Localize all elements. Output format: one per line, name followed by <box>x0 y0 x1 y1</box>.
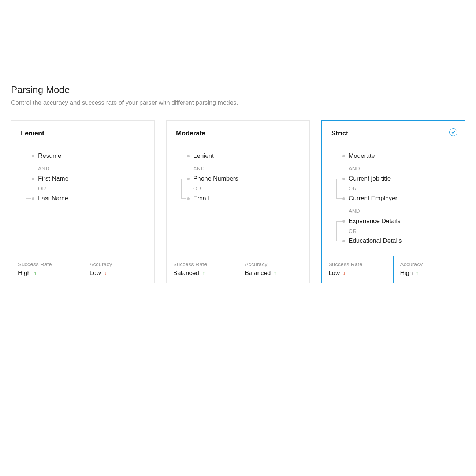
card-title: Lenient <box>21 130 44 142</box>
selected-check-icon <box>449 128 457 136</box>
bullet-icon <box>342 155 345 157</box>
card-footer: Success Rate Low↓ Accuracy High↑ <box>322 256 465 283</box>
card-body: Strict Moderate AND Current job title OR… <box>322 121 465 256</box>
metric-label: Success Rate <box>328 261 387 267</box>
criteria-tree: Resume AND First Name OR Last Name <box>21 151 145 204</box>
metric-success-rate: Success Rate Low↓ <box>322 256 393 283</box>
arrow-up-icon: ↑ <box>274 270 276 276</box>
metric-value: Balanced↑ <box>173 269 231 277</box>
tree-item: Experience Details <box>342 216 455 226</box>
tree-item: Educational Details <box>342 236 455 246</box>
metric-accuracy: Accuracy High↑ <box>393 256 465 283</box>
tree-operator-or: OR <box>342 184 455 193</box>
bullet-icon <box>342 220 345 223</box>
metric-label: Accuracy <box>400 261 458 267</box>
metric-success-rate: Success Rate High↑ <box>11 256 83 283</box>
tree-operator-and: AND <box>331 206 455 216</box>
metric-label: Accuracy <box>245 261 303 267</box>
tree-item: Resume <box>32 151 145 161</box>
bullet-icon <box>342 197 345 200</box>
tree-operator-and: AND <box>21 163 145 174</box>
tree-operator-or: OR <box>187 184 300 193</box>
bullet-icon <box>342 240 345 242</box>
bullet-icon <box>32 197 34 200</box>
card-strict[interactable]: Strict Moderate AND Current job title OR… <box>321 120 465 283</box>
metric-value: High↑ <box>18 269 76 277</box>
tree-group: Experience Details OR Educational Detail… <box>331 216 455 246</box>
tree-group: Phone Numbers OR Email <box>176 174 300 204</box>
metric-value: Balanced↑ <box>245 269 303 277</box>
criteria-tree: Lenient AND Phone Numbers OR Email <box>176 151 300 204</box>
card-lenient[interactable]: Lenient Resume AND First Name OR Last Na… <box>11 120 155 283</box>
card-title: Strict <box>331 130 348 142</box>
bullet-icon <box>187 197 190 200</box>
tree-group: Moderate <box>331 151 455 161</box>
arrow-up-icon: ↑ <box>416 270 419 276</box>
tree-item: Current Employer <box>342 193 455 204</box>
tree-group: Resume <box>21 151 145 161</box>
metric-accuracy: Accuracy Low↓ <box>83 256 155 283</box>
tree-group: Current job title OR Current Employer <box>331 174 455 204</box>
card-title: Moderate <box>176 130 205 142</box>
tree-item: Last Name <box>32 193 145 204</box>
metric-accuracy: Accuracy Balanced↑ <box>238 256 310 283</box>
card-moderate[interactable]: Moderate Lenient AND Phone Numbers OR Em… <box>166 120 310 283</box>
bullet-icon <box>32 155 34 157</box>
tree-item: Current job title <box>342 174 455 184</box>
bullet-icon <box>187 155 190 157</box>
arrow-up-icon: ↑ <box>34 270 37 276</box>
metric-value: Low↓ <box>328 269 387 277</box>
metric-label: Success Rate <box>173 261 231 267</box>
bullet-icon <box>32 178 34 180</box>
arrow-down-icon: ↓ <box>343 270 346 276</box>
tree-item: First Name <box>32 174 145 184</box>
tree-item: Lenient <box>187 151 300 161</box>
tree-operator-and: AND <box>176 163 300 174</box>
page-title: Parsing Mode <box>11 84 465 96</box>
tree-group: Lenient <box>176 151 300 161</box>
metric-label: Success Rate <box>18 261 76 267</box>
page-subtitle: Control the accuracy and success rate of… <box>11 99 465 107</box>
card-footer: Success Rate Balanced↑ Accuracy Balanced… <box>167 256 309 283</box>
tree-item: Moderate <box>342 151 455 161</box>
arrow-up-icon: ↑ <box>202 270 205 276</box>
card-body: Moderate Lenient AND Phone Numbers OR Em… <box>167 121 309 256</box>
metric-label: Accuracy <box>90 261 148 267</box>
metric-success-rate: Success Rate Balanced↑ <box>167 256 238 283</box>
card-body: Lenient Resume AND First Name OR Last Na… <box>11 121 154 256</box>
bullet-icon <box>187 178 190 180</box>
card-footer: Success Rate High↑ Accuracy Low↓ <box>11 256 154 283</box>
tree-item: Phone Numbers <box>187 174 300 184</box>
metric-value: High↑ <box>400 269 458 277</box>
tree-operator-and: AND <box>331 163 455 174</box>
bullet-icon <box>342 178 345 180</box>
criteria-tree: Moderate AND Current job title OR Curren… <box>331 151 455 246</box>
parsing-mode-cards: Lenient Resume AND First Name OR Last Na… <box>11 120 465 283</box>
tree-operator-or: OR <box>342 226 455 236</box>
tree-item: Email <box>187 193 300 204</box>
arrow-down-icon: ↓ <box>104 270 107 276</box>
tree-operator-or: OR <box>32 184 145 193</box>
tree-group: First Name OR Last Name <box>21 174 145 204</box>
metric-value: Low↓ <box>90 269 148 277</box>
